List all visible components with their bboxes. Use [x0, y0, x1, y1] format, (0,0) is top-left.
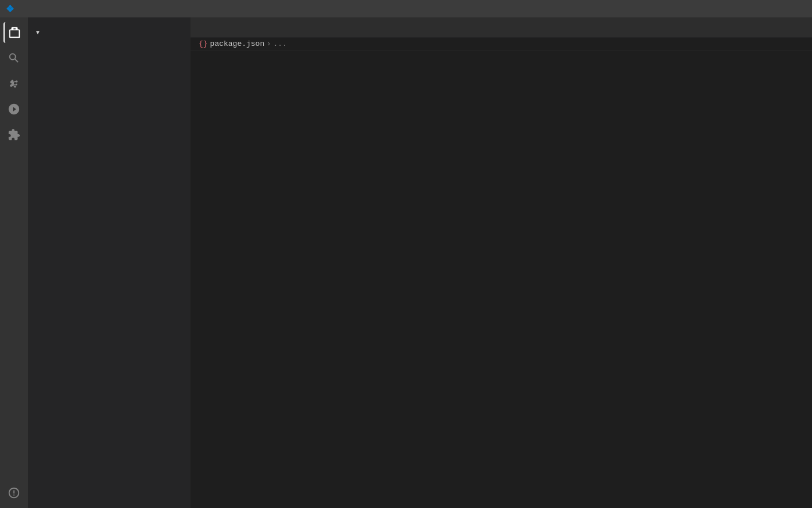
activity-debug[interactable] — [3, 99, 24, 120]
code-editor-container[interactable] — [191, 51, 812, 508]
activity-bar — [0, 17, 28, 508]
sidebar: ▼ — [28, 17, 191, 508]
breadcrumb-file-icon: {} — [199, 39, 208, 48]
tabs-bar — [191, 17, 812, 38]
editor-area: {} package.json › ... — [191, 17, 812, 508]
activity-extensions[interactable] — [3, 124, 24, 145]
title-bar: ❖ — [0, 0, 812, 17]
breadcrumb-sep: › — [267, 40, 271, 48]
sidebar-header — [28, 17, 191, 27]
code-editor — [191, 51, 812, 508]
activity-search[interactable] — [3, 48, 24, 69]
activity-explorer[interactable] — [3, 22, 24, 43]
vscode-icon: ❖ — [6, 3, 14, 15]
breadcrumb-more: ... — [273, 39, 286, 48]
title-bar-left: ❖ — [6, 3, 21, 15]
breadcrumb: {} package.json › ... — [191, 38, 812, 51]
main-layout: ▼ {} package.json › ... — [0, 17, 812, 508]
sidebar-content — [28, 38, 191, 508]
project-root[interactable]: ▼ — [28, 27, 191, 38]
activity-git[interactable] — [3, 73, 24, 94]
activity-remote[interactable] — [3, 482, 24, 503]
breadcrumb-file: package.json — [210, 39, 265, 48]
project-arrow: ▼ — [36, 29, 39, 35]
